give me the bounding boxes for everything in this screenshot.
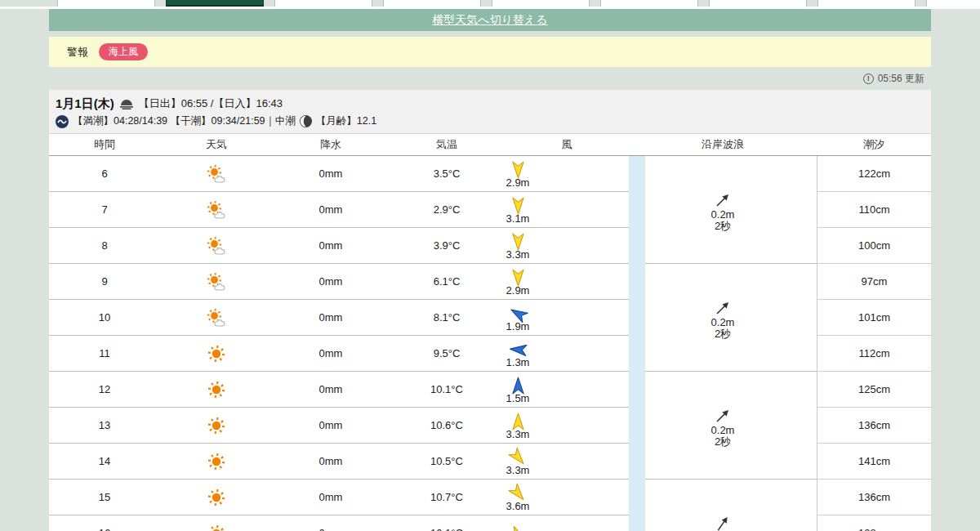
table-row: 9 0mm 6.1°C 2.9m [49, 264, 629, 300]
wind-speed: 3.3m [506, 249, 530, 261]
tide-cell: 141cm [817, 444, 931, 480]
wind-speed: 1.5m [506, 393, 530, 404]
switch-to-horizontal-link[interactable]: 横型天気へ切り替える [432, 13, 547, 28]
col-header-wind: 風 [505, 137, 629, 152]
table-row: 15 0mm 10.7°C 3.6m [49, 480, 629, 515]
weather-cell [160, 372, 273, 407]
precip-cell: 0mm [273, 372, 389, 407]
wind-cell [456, 515, 580, 531]
tide-cell: 136cm [817, 480, 931, 515]
table-row: 11 0mm 9.5°C 1.3m [49, 336, 629, 372]
wind-cell: 2.9m [456, 264, 580, 299]
wind-speed: 2.9m [506, 177, 530, 189]
date-title: 1月1日(木) [56, 96, 114, 112]
weather-cell [160, 228, 273, 263]
weather-icon [205, 199, 228, 221]
update-bar: ! 05:56 更新 [49, 69, 931, 88]
col-header-wave: 沿岸波浪 [637, 137, 808, 152]
wave-group-cell: 0.2m 2秒 [645, 264, 817, 372]
hourly-rows: 6 0mm 3.5°C 2.9m 7 0mm [49, 156, 629, 531]
wind-cell: 1.3m [456, 336, 580, 371]
wind-direction-icon [510, 233, 526, 251]
moon-phase-icon [300, 115, 312, 127]
col-header-tide: 潮汐 [817, 137, 931, 152]
precip-cell: 0mm [273, 228, 389, 263]
view-switch-bar: 横型天気へ切り替える [49, 9, 931, 31]
tide-cell: 122cm [817, 156, 931, 192]
tide-cell: 136cm [817, 408, 931, 444]
wave-group-cell: 0.2m 2秒 [645, 372, 817, 480]
weather-cell [160, 336, 273, 371]
time-cell: 14 [49, 444, 160, 479]
warning-label: 警報 [67, 45, 88, 60]
site-tab[interactable] [926, 0, 980, 7]
wind-cell: 3.1m [456, 192, 580, 227]
wind-cell: 3.6m [456, 480, 580, 515]
table-row: 7 0mm 2.9°C 3.1m [49, 192, 629, 228]
table-row: 14 0mm 10.5°C 3.3m [49, 444, 629, 480]
site-tab[interactable] [274, 0, 372, 7]
table-row: 13 0mm 10.6°C 3.3m [49, 408, 629, 444]
weather-cell [160, 300, 273, 335]
wind-speed: 3.3m [506, 429, 530, 440]
time-cell: 11 [49, 336, 160, 371]
weather-cell [160, 264, 273, 299]
wind-cell: 1.5m [456, 372, 580, 407]
site-tab[interactable] [600, 0, 698, 7]
tide-wave-icon [56, 115, 69, 128]
site-tab[interactable] [817, 0, 915, 7]
sea-wind-warning-badge[interactable]: 海上風 [99, 43, 148, 60]
weather-icon [205, 234, 228, 257]
site-tab[interactable] [57, 0, 155, 7]
warning-bar: 警報 海上風 [49, 37, 931, 67]
col-header-precip: 降水 [273, 137, 389, 152]
site-tab[interactable] [166, 0, 264, 7]
wind-direction-icon [506, 524, 530, 531]
wind-cell: 3.3m [456, 408, 580, 443]
wind-direction-icon [510, 269, 526, 287]
update-info-icon: ! [863, 74, 874, 84]
weather-cell [160, 515, 273, 531]
wave-group-cell [645, 480, 817, 531]
table-row: 6 0mm 3.5°C 2.9m [49, 156, 629, 192]
weather-icon [205, 522, 228, 531]
weather-icon [205, 342, 228, 365]
site-tab[interactable] [709, 0, 807, 7]
precip-cell: 0mm [273, 264, 389, 299]
wind-cell: 2.9m [456, 156, 580, 191]
sunrise-sunset-text: 【日出】06:55 /【日入】16:43 [139, 96, 283, 111]
wave-height: 0.2m [711, 424, 735, 436]
weather-icon [205, 486, 228, 509]
table-row: 8 0mm 3.9°C 3.3m [49, 228, 629, 264]
wave-period: 2秒 [715, 328, 731, 340]
wind-cell: 1.9m [456, 300, 580, 335]
tab-bar [57, 0, 980, 7]
wind-cell: 3.3m [456, 228, 580, 263]
weather-page: 横型天気へ切り替える 警報 海上風 ! 05:56 更新 1月1日(木) 【日出… [0, 0, 980, 531]
wave-direction-icon [715, 192, 731, 208]
wave-direction-icon [713, 514, 732, 531]
tide-times-text: 【満潮】04:28/14:39 【干潮】09:34/21:59｜中潮 [73, 114, 296, 128]
tide-cell: 128cm [817, 515, 931, 531]
site-tab[interactable] [383, 0, 481, 7]
time-cell: 7 [49, 192, 160, 227]
table-row: 16 0mm 10.1°C [49, 515, 629, 531]
wave-direction-icon [715, 300, 731, 316]
table-body: 6 0mm 3.5°C 2.9m 7 0mm [49, 156, 931, 531]
sunrise-icon [119, 98, 134, 109]
coastal-wave-column: 0.2m 2秒 0.2m 2秒 0.2m 2秒 [645, 156, 817, 531]
precip-cell: 0mm [273, 336, 389, 371]
tide-column: 122cm 110cm 100cm 97cm 101cm 112cm 125cm… [817, 156, 931, 531]
precip-cell: 0mm [273, 192, 389, 227]
wind-direction-icon [510, 161, 526, 179]
time-cell: 12 [49, 372, 160, 407]
site-tab[interactable] [492, 0, 590, 7]
tide-cell: 125cm [817, 372, 931, 408]
wave-group-cell: 0.2m 2秒 [645, 156, 817, 264]
col-header-weather: 天気 [160, 137, 273, 152]
weather-cell [160, 156, 273, 191]
table-row: 10 0mm 8.1°C 1.9m [49, 300, 629, 336]
weather-icon [205, 270, 228, 293]
wind-cell: 3.3m [456, 444, 580, 479]
time-cell: 10 [49, 300, 160, 335]
